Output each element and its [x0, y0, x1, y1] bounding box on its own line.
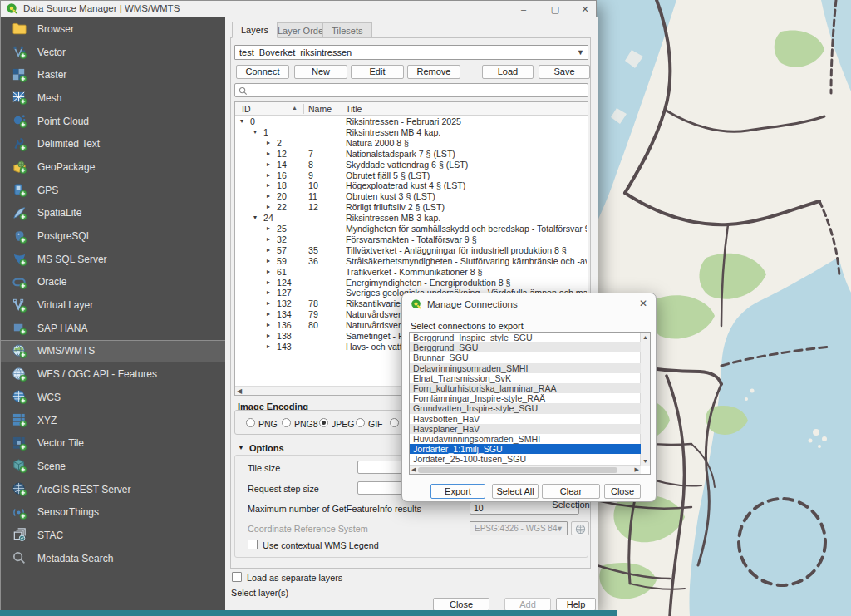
use-contextual-legend-checkbox[interactable]: [248, 540, 258, 549]
sidebar-item-vector-tile[interactable]: Vector Tile: [1, 431, 225, 455]
expand-icon[interactable]: ▸: [267, 278, 270, 286]
sidebar-item-scene[interactable]: Scene: [1, 455, 225, 478]
expand-icon[interactable]: ▸: [267, 246, 270, 254]
sidebar-item-sap-hana[interactable]: SAP HANA: [1, 317, 225, 340]
list-item[interactable]: Jordater_25-100-tusen_SGU: [410, 454, 641, 464]
col-title[interactable]: Title: [346, 104, 362, 114]
collapse-icon[interactable]: ▾: [253, 128, 257, 136]
save-button[interactable]: Save: [539, 65, 590, 79]
sidebar-item-metadata-search[interactable]: Metadata Search: [1, 547, 225, 570]
list-item[interactable]: Brunnar_SGU: [410, 352, 641, 362]
sidebar-item-virtual-layer[interactable]: Virtual Layer: [1, 293, 225, 317]
sidebar-item-wcs[interactable]: WCS: [1, 386, 225, 409]
radio-other[interactable]: [390, 418, 399, 427]
connection-select[interactable]: test_Boverket_riksintressen ▼: [234, 45, 588, 60]
expand-icon[interactable]: ▸: [267, 342, 270, 350]
close-dialog-button[interactable]: Close: [604, 484, 641, 499]
table-row[interactable]: ▸61Trafikverket - Kommunikationer 8 §: [235, 267, 588, 278]
table-row[interactable]: ▸5735Tillväxtverket - Anläggningar för i…: [235, 245, 588, 256]
radio-jpeg[interactable]: [319, 418, 328, 427]
expand-icon[interactable]: ▸: [267, 332, 270, 339]
expand-icon[interactable]: ▸: [267, 150, 270, 157]
table-row[interactable]: ▸1810Högexploaterad kust 4 § (LST): [235, 180, 588, 191]
table-row[interactable]: ▸148Skyddade vattendrag 6 § (LST): [235, 160, 588, 170]
list-item[interactable]: Delavrinningsomraden_SMHI: [410, 363, 641, 373]
collapse-icon[interactable]: ▾: [240, 117, 243, 125]
list-item[interactable]: Huvudavrinningsomraden_SMHI: [410, 434, 641, 444]
col-id[interactable]: ID: [242, 104, 251, 114]
maximize-button[interactable]: ▢: [541, 1, 569, 17]
list-horizontal-scrollbar[interactable]: ◀ ▶: [410, 465, 641, 474]
expand-icon[interactable]: ▸: [267, 171, 270, 179]
scroll-right-icon[interactable]: ▶: [635, 466, 639, 473]
sidebar-item-ms-sql-server[interactable]: MS SQL Server: [1, 248, 225, 271]
close-dialog-icon[interactable]: ✕: [639, 298, 647, 309]
expand-icon[interactable]: ▸: [267, 235, 270, 243]
sidebar-item-wms-wmts[interactable]: WMS/WMTS: [1, 340, 225, 363]
crs-select[interactable]: EPSG:4326 - WGS 84 ▼: [470, 521, 568, 535]
help-button[interactable]: Help: [556, 598, 596, 611]
table-row[interactable]: ▸25Myndigheten för samhällsskydd och ber…: [235, 224, 588, 234]
remove-button[interactable]: Remove: [407, 65, 460, 79]
expand-icon[interactable]: ▸: [267, 268, 270, 275]
expand-icon[interactable]: ▸: [267, 310, 270, 318]
search-input[interactable]: [234, 83, 588, 97]
sidebar-item-browser[interactable]: Browser: [1, 17, 225, 41]
sidebar-item-spatialite[interactable]: SpatiaLite: [1, 202, 225, 225]
table-row[interactable]: ▸2212Rörligt friluftsliv 2 § (LST): [235, 202, 588, 213]
list-item[interactable]: Elnat_Transmission_SvK: [410, 373, 641, 383]
table-row[interactable]: ▾24Riksintressen MB 3 kap.: [235, 213, 588, 224]
sidebar-item-mesh[interactable]: Mesh: [1, 86, 225, 110]
expand-icon[interactable]: ▸: [267, 224, 270, 232]
table-row[interactable]: ▸169Obrutet fjäll 5 § (LST): [235, 170, 588, 181]
connect-button[interactable]: Connect: [236, 65, 289, 79]
expand-icon[interactable]: ▸: [267, 139, 270, 146]
table-row[interactable]: ▸2011Obruten kust 3 § (LST): [235, 191, 588, 202]
sidebar-item-raster[interactable]: Raster: [1, 63, 225, 86]
sidebar-item-sensorthings[interactable]: SensorThings: [1, 500, 225, 524]
table-row[interactable]: ▸5936Strålsäkerhetsmyndigheten - Slutför…: [235, 256, 588, 267]
table-row[interactable]: ▸124Energimyndigheten - Energiproduktion…: [235, 278, 588, 288]
connections-list[interactable]: ▲ ▼ ◀ ▶ Berggrund_Inspire_style_SGUBergg…: [409, 332, 651, 475]
minimize-button[interactable]: –: [509, 1, 538, 17]
expand-icon[interactable]: ▸: [267, 160, 270, 168]
list-item[interactable]: Havsbotten_HaV: [410, 414, 641, 424]
clear-selection-button[interactable]: Clear Selection: [542, 484, 600, 499]
list-item[interactable]: Berggrund_SGU: [410, 342, 641, 352]
sidebar-item-wfs-ogc-api-features[interactable]: WFS / OGC API - Features: [1, 362, 225, 386]
radio-png[interactable]: [246, 418, 255, 427]
sidebar-item-vector[interactable]: Vector: [1, 41, 225, 64]
expand-icon[interactable]: ▸: [267, 288, 270, 296]
radio-gif[interactable]: [356, 418, 365, 427]
options-header[interactable]: ▼Options: [249, 443, 284, 453]
scrollbar-thumb[interactable]: [418, 467, 617, 473]
col-name[interactable]: Name: [308, 104, 332, 114]
crs-picker-button[interactable]: [571, 521, 589, 535]
table-row[interactable]: ▾1Riksintressen MB 4 kap.: [235, 127, 588, 138]
radio-png8[interactable]: [282, 418, 291, 427]
export-button[interactable]: Export: [430, 484, 485, 499]
add-button[interactable]: Add: [504, 598, 551, 611]
load-button[interactable]: Load: [482, 65, 534, 79]
scroll-up-icon[interactable]: ▲: [642, 334, 648, 340]
tree-header[interactable]: ID ▲ Name Title: [235, 102, 588, 116]
scroll-down-icon[interactable]: ▼: [642, 458, 648, 464]
table-row[interactable]: ▸32Försvarsmakten - Totalförsvar 9 §: [235, 234, 588, 245]
list-item[interactable]: Berggrund_Inspire_style_SGU: [410, 333, 641, 342]
expand-icon[interactable]: ▸: [267, 203, 270, 210]
sidebar-item-point-cloud[interactable]: Point Cloud: [1, 110, 225, 133]
tab-layers[interactable]: Layers: [232, 22, 278, 38]
sidebar-item-delimited-text[interactable]: Delimited Text: [1, 132, 225, 155]
select-all-button[interactable]: Select All: [492, 484, 539, 499]
scroll-left-icon[interactable]: ◀: [237, 387, 242, 395]
sidebar-item-postgresql[interactable]: PostgreSQL: [1, 224, 225, 248]
close-button[interactable]: Close: [433, 598, 489, 611]
expand-icon[interactable]: ▸: [267, 181, 270, 189]
list-item[interactable]: Forn_kulturhistoriska_lamninar_RAA: [410, 383, 641, 393]
table-row[interactable]: ▸2Natura 2000 8 §: [235, 138, 588, 149]
sidebar-item-arcgis-rest-server[interactable]: ArcGIS REST Server: [1, 478, 225, 501]
sidebar-item-geopackage[interactable]: GeoPackage: [1, 155, 225, 179]
list-item[interactable]: Grundvatten_Inspire-style_SGU: [410, 403, 641, 413]
sidebar-item-stac[interactable]: STAC: [1, 524, 225, 547]
list-vertical-scrollbar[interactable]: ▲ ▼: [640, 333, 650, 466]
